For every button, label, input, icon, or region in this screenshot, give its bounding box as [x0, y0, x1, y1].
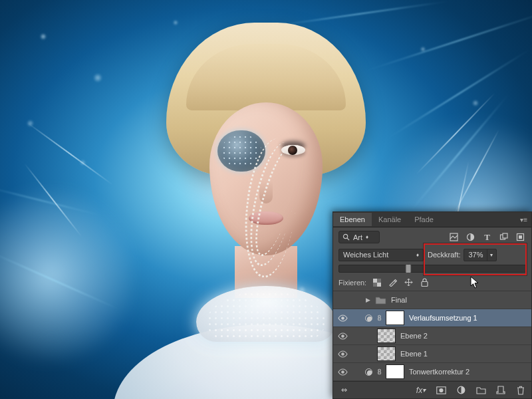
visibility-toggle[interactable] [336, 332, 349, 340]
svg-rect-12 [422, 282, 428, 287]
panel-menu-icon[interactable]: ▾≡ [516, 216, 531, 223]
filter-shape-icon[interactable] [498, 231, 509, 243]
layer-list: ▶ Final 𝟠 Verlaufsumsetzung 1 Ebene 2 Eb… [333, 291, 531, 381]
layer-row-raster[interactable]: Ebene 1 [333, 345, 531, 363]
layer-row-adjustment[interactable]: 𝟠 Tonwertkorrektur 2 [333, 363, 531, 381]
svg-point-14 [341, 334, 344, 338]
svg-line-1 [347, 238, 349, 240]
bokeh [420, 47, 426, 52]
blend-mode-select[interactable]: Weiches Licht ♦ [338, 249, 424, 261]
visibility-toggle[interactable] [336, 350, 349, 358]
folder-icon [374, 295, 386, 305]
opacity-label: Deckkraft: [428, 251, 461, 259]
visibility-toggle[interactable] [336, 315, 349, 322]
glow-left [0, 173, 133, 379]
lace-collar [196, 286, 336, 342]
svg-rect-8 [373, 279, 377, 283]
opacity-dropdown-icon[interactable]: ▾ [487, 249, 496, 261]
lock-transparency-icon[interactable] [372, 277, 382, 287]
visibility-toggle[interactable] [336, 368, 349, 376]
opacity-slider-row [333, 263, 531, 274]
svg-rect-10 [377, 279, 381, 283]
mask-link-icon[interactable]: 𝟠 [376, 314, 383, 323]
search-icon [342, 233, 350, 241]
filter-pixel-icon[interactable] [448, 231, 460, 243]
link-layers-icon[interactable]: ⇔ [338, 385, 349, 396]
add-mask-icon[interactable] [436, 385, 446, 396]
opacity-field[interactable]: 37% ▾ [464, 249, 497, 261]
blend-mode-value: Weiches Licht [343, 251, 388, 259]
rhinestone-eyepatch [217, 130, 265, 172]
layer-filter-select[interactable]: Art ♦ [338, 231, 380, 243]
svg-point-16 [341, 370, 344, 374]
layer-thumb[interactable] [377, 329, 396, 343]
new-group-icon[interactable] [475, 385, 486, 396]
filter-label: Art [353, 233, 362, 241]
delete-layer-icon[interactable] [515, 385, 526, 396]
layer-name[interactable]: Tonwertkorrektur 2 [407, 368, 469, 376]
bokeh [40, 33, 47, 40]
opacity-slider-thumb[interactable] [405, 264, 411, 273]
mask-link-icon[interactable]: 𝟠 [376, 368, 383, 376]
filter-row: Art ♦ T [333, 227, 531, 247]
expand-arrow-icon[interactable]: ▶ [364, 297, 372, 303]
tab-channels[interactable]: Kanäle [372, 213, 408, 226]
layer-name[interactable]: Ebene 1 [398, 350, 428, 358]
lock-row: Fixieren: [333, 274, 531, 291]
svg-rect-9 [377, 283, 381, 287]
adjustment-icon [364, 315, 373, 322]
svg-rect-11 [373, 283, 377, 287]
nose [259, 181, 273, 203]
layer-row-adjustment[interactable]: 𝟠 Verlaufsumsetzung 1 [333, 309, 531, 327]
tab-layers[interactable]: Ebenen [333, 213, 372, 226]
blend-opacity-row: Weiches Licht ♦ Deckkraft: 37% ▾ [333, 247, 531, 263]
svg-rect-5 [503, 233, 507, 238]
svg-rect-7 [519, 235, 522, 239]
opacity-value[interactable]: 37% [464, 251, 487, 259]
panel-bottom-bar: ⇔ fx▾ [333, 381, 531, 398]
svg-point-15 [341, 352, 344, 356]
face [209, 102, 323, 255]
filter-type-icon[interactable]: T [481, 231, 493, 243]
layer-fx-icon[interactable]: fx▾ [416, 385, 426, 396]
filter-smartobject-icon[interactable] [515, 231, 526, 243]
tab-paths[interactable]: Pfade [408, 213, 440, 226]
layers-panel: Ebenen Kanäle Pfade ▾≡ Art ♦ T Weiches L… [332, 211, 532, 399]
svg-point-18 [439, 388, 443, 392]
eye-right [281, 145, 305, 155]
adjustment-icon [364, 368, 373, 376]
layer-name[interactable]: Ebene 2 [398, 332, 428, 340]
svg-point-0 [343, 234, 347, 238]
layer-row-raster[interactable]: Ebene 2 [333, 327, 531, 345]
lock-position-icon[interactable] [404, 277, 414, 287]
lips [249, 211, 283, 225]
layer-thumb[interactable] [377, 346, 396, 361]
opacity-slider[interactable] [338, 265, 526, 273]
new-adjustment-icon[interactable] [456, 385, 466, 396]
bokeh [472, 100, 479, 106]
layer-name[interactable]: Final [389, 296, 407, 304]
layer-mask-thumb[interactable] [386, 364, 404, 379]
bokeh [93, 73, 102, 82]
lock-label: Fixieren: [338, 279, 366, 287]
layer-mask-thumb[interactable] [386, 311, 404, 325]
panel-tabs: Ebenen Kanäle Pfade ▾≡ [333, 212, 531, 227]
filter-adjustment-icon[interactable] [465, 231, 476, 243]
layer-row-group[interactable]: ▶ Final [333, 291, 531, 309]
lock-pixels-icon[interactable] [388, 277, 398, 287]
svg-point-13 [341, 317, 344, 320]
layer-name[interactable]: Verlaufsumsetzung 1 [407, 314, 477, 322]
filter-icon-bar: T [448, 231, 526, 243]
lock-all-icon[interactable] [420, 277, 430, 287]
new-layer-icon[interactable] [495, 385, 506, 396]
